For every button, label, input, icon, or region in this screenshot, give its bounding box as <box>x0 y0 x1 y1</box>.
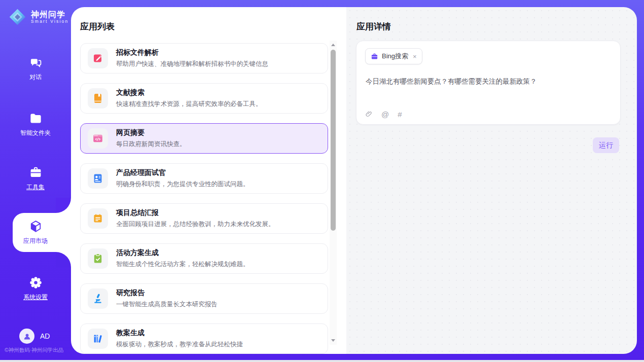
app-item-desc: 明确身份和职责，为您提供专业性的面试问题。 <box>116 180 249 189</box>
app-list-item[interactable]: 产品经理面试官明确身份和职责，为您提供专业性的面试问题。 <box>80 163 328 194</box>
app-item-desc: 全面回顾项目进展，总结经验教训，助力未来优化发展。 <box>116 220 275 229</box>
chat-icon <box>29 56 43 69</box>
app-list-item[interactable]: 活动方案生成智能生成个性化活动方案，轻松解决规划难题。 <box>80 243 328 274</box>
gear-icon <box>29 276 43 289</box>
scroll-down-icon[interactable] <box>331 339 335 342</box>
sidebar-item-label: 系统设置 <box>0 293 71 302</box>
app-item-title: 招标文件解析 <box>116 48 268 57</box>
app-item-desc: 每日政府新闻资讯快查。 <box>116 140 186 149</box>
app-item-title: 文献搜索 <box>116 88 262 97</box>
app-item-title: 网页摘要 <box>116 128 186 137</box>
hashtag-icon[interactable]: # <box>398 111 402 118</box>
chip-close-icon[interactable]: × <box>413 53 417 60</box>
prompt-card[interactable]: Bing搜索 × 今日湖北有哪些新闻要点？有哪些需要关注的最新政策？ @ # <box>356 41 621 125</box>
sidebar-item-label: 智能文件夹 <box>0 129 71 137</box>
edit-icon <box>88 48 108 68</box>
paperclip-icon[interactable] <box>365 110 373 118</box>
app-item-desc: 模板驱动，教案秒成，教学准备从此轻松快捷 <box>116 340 243 349</box>
user-avatar-icon <box>19 329 34 344</box>
sidebar-nav: 对话智能文件夹工具集应用市场系统设置 <box>0 0 71 360</box>
run-button[interactable]: 运行 <box>593 137 619 153</box>
app-item-title: 研究报告 <box>116 288 218 298</box>
query-text[interactable]: 今日湖北有哪些新闻要点？有哪些需要关注的最新政策？ <box>366 77 611 87</box>
tool-chip-label: Bing搜索 <box>382 52 408 61</box>
app-item-desc: 一键智能生成高质量长文本研究报告 <box>116 300 218 309</box>
user-name: AD <box>40 332 50 340</box>
user-account[interactable]: AD <box>19 329 50 344</box>
briefcase-icon <box>29 166 43 179</box>
sidebar-item-app-market[interactable]: 应用市场 <box>0 220 71 245</box>
app-list-panel: 应用列表 招标文件解析帮助用户快速、准确地理解和解析招标书中的关键信息文献搜索快… <box>71 7 346 354</box>
app-detail-panel: 应用详情 Bing搜索 × 今日湖北有哪些新闻要点？有哪些需要关注的最新政策？ <box>346 7 637 354</box>
scrollbar-thumb[interactable] <box>331 50 336 231</box>
app-list-item[interactable]: 网页摘要每日政府新闻资讯快查。 <box>80 123 328 154</box>
app-item-title: 教案生成 <box>116 329 243 338</box>
sidebar-item-label: 工具集 <box>0 183 71 192</box>
microscope-icon <box>88 288 108 309</box>
scroll-up-icon[interactable] <box>331 44 335 46</box>
clipboard-icon <box>88 248 108 269</box>
app-item-title: 项目总结汇报 <box>116 208 275 218</box>
app-list-title: 应用列表 <box>80 21 115 32</box>
app-item-title: 产品经理面试官 <box>116 168 249 177</box>
briefcase-icon <box>371 53 378 60</box>
mention-icon[interactable]: @ <box>381 111 389 118</box>
app-list: 招标文件解析帮助用户快速、准确地理解和解析招标书中的关键信息文献搜索快速精准查找… <box>80 43 328 354</box>
app-detail-title: 应用详情 <box>356 21 391 32</box>
app-list-item[interactable]: 教案生成模板驱动，教案秒成，教学准备从此轻松快捷 <box>80 323 328 354</box>
cube-icon <box>29 220 43 233</box>
app-item-desc: 智能生成个性化活动方案，轻松解决规划难题。 <box>116 260 249 269</box>
app-list-item[interactable]: 研究报告一键智能生成高质量长文本研究报告 <box>80 283 328 314</box>
copyright-text: ©神州数码·神州问学出品 <box>5 347 63 354</box>
app-list-item[interactable]: 项目总结汇报全面回顾项目进展，总结经验教训，助力未来优化发展。 <box>80 203 328 234</box>
app-item-title: 活动方案生成 <box>116 248 249 258</box>
app-list-item[interactable]: 招标文件解析帮助用户快速、准确地理解和解析招标书中的关键信息 <box>80 43 328 74</box>
scrollbar-track[interactable] <box>330 41 337 345</box>
note-icon <box>88 208 108 229</box>
app-frame: 神州问学 Smart Vision 对话智能文件夹工具集应用市场系统设置 AD … <box>0 0 644 360</box>
app-list-item[interactable]: 文献搜索快速精准查找学术资源，提高研究效率的必备工具。 <box>80 83 328 114</box>
attachment-toolbar: @ # <box>365 110 402 118</box>
tool-chip[interactable]: Bing搜索 × <box>365 48 422 64</box>
folder-icon <box>29 112 43 125</box>
sidebar-item-smart-folders[interactable]: 智能文件夹 <box>0 112 71 137</box>
app-item-desc: 快速精准查找学术资源，提高研究效率的必备工具。 <box>116 100 262 108</box>
books-icon <box>88 329 108 349</box>
sidebar-item-label: 对话 <box>0 73 71 82</box>
sidebar-item-toolset[interactable]: 工具集 <box>0 166 71 192</box>
browser-icon <box>88 128 108 149</box>
interview-icon <box>88 168 108 189</box>
sidebar-item-chat[interactable]: 对话 <box>0 56 71 82</box>
sidebar-item-settings[interactable]: 系统设置 <box>0 276 71 302</box>
app-item-desc: 帮助用户快速、准确地理解和解析招标书中的关键信息 <box>116 60 268 68</box>
sidebar-item-label: 应用市场 <box>0 237 71 245</box>
main-content: 应用列表 招标文件解析帮助用户快速、准确地理解和解析招标书中的关键信息文献搜索快… <box>71 7 637 354</box>
book-icon <box>88 88 108 108</box>
